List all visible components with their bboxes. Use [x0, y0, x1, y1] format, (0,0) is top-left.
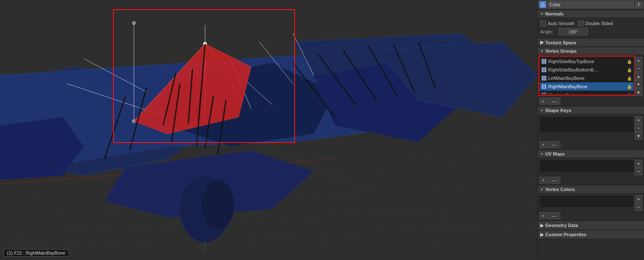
uv-maps-arrow: ▼ [540, 152, 544, 156]
scene-canvas [0, 0, 537, 260]
shape-keys-title: Shape Keys [545, 108, 571, 113]
vg-dash-bottom[interactable]: — [548, 98, 560, 105]
uv-maps-section-header[interactable]: ▼ UV Maps [538, 150, 644, 158]
vg-name-0: RightSideBayTopBone [548, 59, 594, 64]
vg-remove-button[interactable]: − [635, 65, 642, 72]
svg-point-30 [201, 180, 234, 230]
vc-add-button[interactable]: + [635, 195, 642, 203]
shape-keys-controls: + − ▼ [635, 116, 642, 140]
custom-properties-title: Custom Properties [545, 232, 586, 237]
properties-panel: F ▼ Normals Auto Smooth Double Sided Ang… [537, 0, 644, 260]
status-bar: (1) F22 : RightMainBayBone [3, 249, 69, 257]
vc-controls: + − [635, 195, 642, 211]
texture-space-header[interactable]: ▶ Texture Space [538, 38, 644, 47]
vg-lock-1: 🔒 [627, 68, 632, 72]
angle-input[interactable] [559, 28, 588, 36]
uv-plus-bottom[interactable]: + [539, 177, 547, 184]
auto-smooth-item: Auto Smooth [540, 20, 575, 26]
vertex-groups-list[interactable]: RightSideBayTopBone 🔒 RightSideBayBottom… [539, 57, 634, 94]
vg-name-3: RightMainBayBone [548, 84, 588, 89]
vc-dash-bottom[interactable]: — [548, 212, 560, 219]
vg-list-container: RightSideBayTopBone 🔒 RightSideBayBottom… [538, 56, 644, 97]
vg-lock-3: 🔒 [627, 84, 632, 89]
vc-list[interactable] [539, 195, 634, 208]
svg-rect-72 [542, 93, 546, 94]
auto-smooth-label: Auto Smooth [548, 21, 575, 26]
vg-icon-2 [541, 76, 547, 81]
shape-keys-list-area: + − ▼ [538, 115, 644, 140]
vg-add-button[interactable]: + [635, 57, 642, 64]
uv-maps-list[interactable] [539, 160, 634, 172]
vg-lock-2: 🔒 [627, 76, 632, 81]
status-text: (1) F22 : RightMainBayBone [7, 250, 65, 255]
vertex-groups-title: Vertex Groups [545, 48, 577, 54]
texture-space-title: Texture Space [545, 40, 576, 45]
custom-properties-arrow: ▶ [540, 232, 544, 237]
vg-item-3[interactable]: RightMainBayBone 🔒 [540, 82, 634, 91]
uv-maps-list-area: + − [538, 159, 644, 176]
uv-add-button[interactable]: + [635, 160, 642, 167]
viewport[interactable]: (1) F22 : RightMainBayBone [0, 0, 537, 260]
svg-marker-63 [541, 3, 545, 6]
vg-bottom-controls: + — [538, 97, 644, 105]
vc-plus-bottom[interactable]: + [539, 212, 547, 219]
shape-keys-list[interactable] [539, 116, 634, 133]
angle-row: Angle: [540, 27, 641, 36]
mesh-icon [539, 1, 546, 8]
vg-controls-right: + − ▲ ▼ ▼ [635, 57, 642, 96]
vg-special-button[interactable]: ▼ [635, 89, 642, 96]
sk-special-button[interactable]: ▼ [635, 132, 642, 140]
vg-move-up-button[interactable]: ▲ [635, 73, 642, 80]
object-name-input[interactable] [548, 1, 634, 8]
sk-dash-bottom[interactable]: — [548, 141, 560, 148]
shape-keys-bottom: + — [538, 140, 644, 149]
uv-remove-button[interactable]: − [635, 168, 642, 175]
vg-icon-1 [541, 67, 547, 72]
vertex-colors-section-header[interactable]: ▼ Vertex Colors [538, 185, 644, 194]
shape-keys-section-header[interactable]: ▼ Shape Keys [538, 106, 644, 115]
geometry-data-arrow: ▶ [540, 223, 544, 228]
fake-user-badge[interactable]: F [636, 2, 642, 8]
normals-title: Normals [545, 11, 564, 16]
geometry-data-title: Geometry Data [545, 223, 578, 228]
custom-properties-header[interactable]: ▶ Custom Properties [538, 230, 644, 239]
shape-keys-arrow: ▼ [540, 109, 544, 112]
uv-maps-title: UV Maps [545, 151, 564, 156]
sk-plus-bottom[interactable]: + [539, 141, 547, 148]
normals-arrow: ▼ [540, 12, 544, 16]
vg-move-down-button[interactable]: ▼ [635, 81, 642, 88]
vc-bottom: + — [538, 212, 644, 220]
vertex-colors-title: Vertex Colors [545, 187, 575, 192]
vc-remove-button[interactable]: − [635, 203, 642, 211]
vg-item-1[interactable]: RightSideBayBottomB... 🔒 [540, 66, 634, 74]
uv-maps-bottom: + — [538, 176, 644, 184]
double-sided-item: Double Sided [578, 20, 613, 26]
uv-maps-content: + − + — [538, 158, 644, 185]
sk-add-button[interactable]: + [635, 116, 642, 124]
vertex-colors-arrow: ▼ [540, 188, 544, 191]
panel-header: F [538, 0, 644, 10]
angle-label: Angle: [540, 29, 557, 34]
vg-item-2[interactable]: LeftMainBayBone 🔒 [540, 74, 634, 82]
double-sided-checkbox[interactable] [578, 20, 584, 26]
vg-plus-bottom[interactable]: + [539, 98, 547, 105]
geometry-data-header[interactable]: ▶ Geometry Data [538, 221, 644, 230]
vertex-colors-content: + − + — [538, 194, 644, 221]
vg-item-4[interactable]: MeshingBone 🔒 [540, 91, 634, 94]
vg-icon-0 [541, 59, 547, 64]
sk-remove-button[interactable]: − [635, 124, 642, 132]
normals-section-header[interactable]: ▼ Normals [538, 10, 644, 18]
uv-dash-bottom[interactable]: — [548, 177, 560, 184]
vg-item-0[interactable]: RightSideBayTopBone 🔒 [540, 57, 634, 66]
normals-content: Auto Smooth Double Sided Angle: [538, 18, 644, 38]
auto-smooth-checkbox[interactable] [540, 20, 546, 26]
vg-lock-0: 🔒 [627, 59, 632, 64]
uv-controls: + − [635, 160, 642, 175]
vertex-groups-section-header[interactable]: ▼ Vertex Groups [538, 47, 644, 55]
normals-row: Auto Smooth Double Sided [540, 20, 641, 27]
vg-icon-3 [541, 84, 547, 89]
vg-lock-4: 🔒 [627, 93, 632, 95]
vertex-groups-content: RightSideBayTopBone 🔒 RightSideBayBottom… [538, 55, 644, 106]
texture-space-arrow: ▶ [540, 40, 544, 45]
vg-name-4: MeshingBone [548, 92, 576, 94]
